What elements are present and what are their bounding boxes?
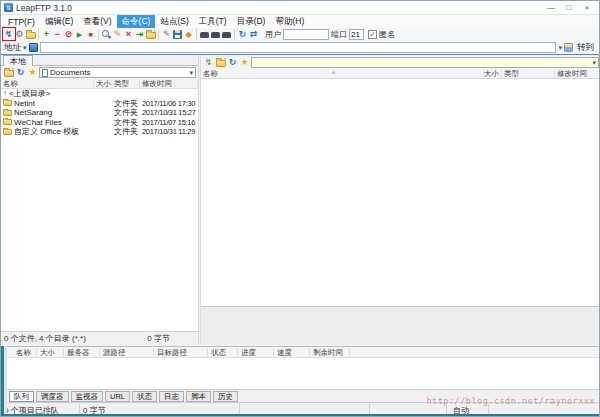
queue-grip[interactable] [1, 346, 7, 414]
list-item[interactable]: 自定义 Office 模板 文件夹 2017/10/31 11:29 [1, 127, 198, 137]
find-icon-2[interactable] [210, 29, 221, 41]
list-item[interactable]: NetSarang 文件夹 2017/10/31 15:27 [1, 108, 198, 118]
remote-path-combobox[interactable]: ▾ [251, 57, 599, 68]
folder-icon [3, 100, 12, 106]
menu-edit[interactable]: 编辑(E) [40, 15, 78, 29]
favorites-star-icon[interactable]: ★ [27, 67, 38, 79]
stop-icon[interactable]: ■ [85, 29, 96, 41]
rename-icon[interactable]: ✎ [161, 29, 172, 41]
queue-col-progress[interactable]: 进度 [241, 348, 256, 358]
column-type[interactable]: 类型 [502, 69, 555, 78]
refresh-icon[interactable]: ↻ [227, 57, 238, 69]
column-modified[interactable]: 修改时间 [555, 69, 600, 78]
save-icon[interactable] [172, 29, 183, 41]
remote-pane: ↯ ↻ ★ ▾ 名称 大小 类型 修改时间 ^ [201, 55, 600, 344]
remote-file-list[interactable] [201, 79, 600, 306]
parent-directory-icon[interactable] [3, 67, 14, 79]
anonymous-checkbox[interactable] [368, 30, 377, 39]
queue-col-server[interactable]: 服务器 [67, 348, 90, 358]
close-icon[interactable]: × [579, 2, 595, 13]
queue-col-target[interactable]: 目标路径 [157, 348, 187, 358]
queue-col-name[interactable]: 名称 [16, 348, 31, 358]
tab-script[interactable]: 脚本 [186, 391, 211, 402]
folder-icon [3, 129, 12, 135]
menu-help[interactable]: 帮助(H) [270, 15, 309, 29]
tab-scheduler[interactable]: 调度器 [36, 391, 69, 402]
local-path-combobox[interactable]: Documents ▾ [39, 67, 196, 78]
sort-indicator-icon: ^ [332, 70, 335, 77]
address-site-icon [29, 43, 38, 52]
tab-history[interactable]: 历史 [213, 391, 238, 402]
column-size[interactable]: 大小 [94, 79, 112, 88]
new-folder-icon[interactable] [145, 29, 156, 41]
queue-list[interactable] [1, 358, 599, 389]
queue-header: 名称 大小 服务器 源路径 目标路径 状态 进度 速度 剩余时间 [1, 347, 599, 358]
chevron-down-icon[interactable]: ▾ [189, 69, 193, 77]
main-toolbar: ↯ ⚙ + − ⊘ ▶ ■ ✎ × ⇥ ✎ ◆ ↻ ⇄ 用户 端口 匿名 [1, 28, 599, 41]
find-icon-1[interactable] [199, 29, 210, 41]
list-item[interactable]: Netint 文件夹 2017/11/06 17:30 [1, 99, 198, 109]
column-modified[interactable]: 修改时间 [140, 79, 198, 88]
find-icon-3[interactable] [221, 29, 232, 41]
minimize-icon[interactable]: — [543, 2, 559, 13]
title-bar: ⇅ LeapFTP 3.1.0 — □ × [1, 1, 599, 15]
menu-command[interactable]: 命令(C) [117, 15, 156, 29]
chevron-down-icon[interactable]: ▾ [23, 44, 27, 52]
queue-col-speed[interactable]: 速度 [277, 348, 292, 358]
port-input[interactable] [349, 29, 364, 40]
address-bar: 地址 ▾ ▾ 转到 [1, 41, 599, 55]
abort-icon[interactable]: ⊘ [63, 29, 74, 41]
list-item[interactable]: ↑<上级目录> [1, 89, 198, 99]
address-input[interactable] [40, 42, 557, 53]
goto-label[interactable]: 转到 [577, 42, 594, 54]
parent-dir-icon: ↑ [3, 89, 7, 98]
maximize-icon[interactable]: □ [561, 2, 577, 13]
search-icon[interactable] [101, 29, 112, 41]
column-size[interactable]: 大小 [484, 69, 502, 78]
refresh-icon[interactable]: ↻ [237, 29, 248, 41]
app-icon: ⇅ [4, 3, 13, 12]
file-date: 2017/10/31 11:29 [140, 127, 198, 136]
local-status-bytes: 0 字节 [147, 333, 170, 344]
file-date: 2017/11/07 15:16 [140, 118, 198, 127]
annotation-highlight [2, 27, 16, 41]
parent-directory-icon[interactable] [215, 57, 226, 69]
tab-url[interactable]: URL [105, 391, 130, 402]
queue-col-source[interactable]: 源路径 [103, 348, 126, 358]
menu-view[interactable]: 查看(V) [78, 15, 116, 29]
tab-monitor[interactable]: 监视器 [71, 391, 104, 402]
goto-icon[interactable] [564, 43, 573, 52]
column-name[interactable]: 名称 [1, 79, 94, 88]
local-file-list: ↑<上级目录> Netint 文件夹 2017/11/06 17:30 NetS… [1, 89, 198, 331]
column-name[interactable]: 名称 [201, 69, 484, 78]
menu-directory[interactable]: 目录(D) [232, 15, 271, 29]
tab-local[interactable]: 本地 [3, 55, 33, 66]
sync-icon[interactable]: ◆ [183, 29, 194, 41]
disconnect-icon[interactable]: ↯ [203, 57, 214, 69]
remove-icon[interactable]: − [52, 29, 63, 41]
tab-status[interactable]: 状态 [132, 391, 157, 402]
file-name: <上级目录> [9, 89, 50, 99]
address-dropdown-icon[interactable]: ▾ [558, 44, 562, 52]
tab-queue[interactable]: 队列 [9, 391, 34, 402]
column-type[interactable]: 类型 [112, 79, 140, 88]
queue-col-status[interactable]: 状态 [211, 348, 226, 358]
user-input[interactable] [283, 29, 329, 40]
refresh-icon[interactable]: ↻ [15, 67, 26, 79]
add-icon[interactable]: + [41, 29, 52, 41]
favorites-star-icon[interactable]: ★ [239, 57, 250, 69]
delete-icon[interactable]: × [123, 29, 134, 41]
tab-log[interactable]: 日志 [159, 391, 184, 402]
swap-direction-icon[interactable]: ⇄ [248, 29, 259, 41]
folder-icon[interactable] [25, 29, 36, 41]
menu-site[interactable]: 站点(S) [155, 15, 193, 29]
queue-col-remaining[interactable]: 剩余时间 [313, 348, 343, 358]
chevron-down-icon[interactable]: ▾ [592, 59, 596, 67]
send-to-queue-icon[interactable]: ⇥ [134, 29, 145, 41]
anonymous-label: 匿名 [379, 29, 395, 40]
edit-pencil-icon[interactable]: ✎ [112, 29, 123, 41]
menu-tools[interactable]: 工具(T) [194, 15, 232, 29]
queue-col-size[interactable]: 大小 [40, 348, 55, 358]
start-icon[interactable]: ▶ [74, 29, 85, 41]
menu-ftp[interactable]: FTP(F) [3, 16, 40, 28]
